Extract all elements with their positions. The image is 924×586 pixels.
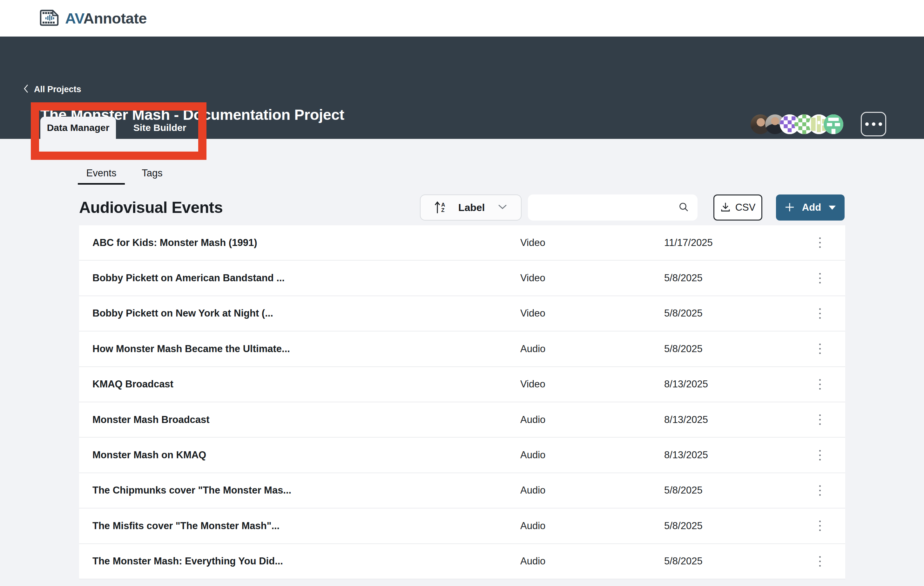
ellipsis-icon: [865, 122, 869, 126]
collaborators-area: [751, 112, 886, 136]
row-menu-button[interactable]: [812, 515, 827, 537]
table-row[interactable]: The Misfits cover "The Monster Mash"... …: [79, 508, 845, 544]
sort-alpha-asc-icon: AZ: [434, 200, 445, 215]
event-type: Video: [520, 237, 664, 248]
event-date: 8/13/2025: [664, 449, 794, 461]
kebab-icon: [819, 521, 821, 522]
tab-data-manager[interactable]: Data Manager: [40, 117, 116, 139]
event-type: Audio: [520, 343, 664, 355]
more-options-button[interactable]: [861, 112, 886, 136]
app-wordmark: AVAnnotate: [65, 10, 147, 27]
event-name[interactable]: Monster Mash Broadcast: [79, 414, 520, 425]
add-button[interactable]: Add: [776, 194, 845, 220]
kebab-icon: [819, 237, 821, 239]
event-date: 5/8/2025: [664, 485, 794, 496]
event-name[interactable]: The Chipmunks cover "The Monster Mas...: [79, 485, 520, 496]
event-type: Audio: [520, 520, 664, 531]
data-manager-subtabs: Events Tags: [78, 163, 173, 185]
chevron-down-icon: [498, 204, 507, 211]
event-date: 5/8/2025: [664, 556, 794, 567]
kebab-icon: [819, 273, 821, 275]
event-type: Video: [520, 272, 664, 284]
event-name[interactable]: How Monster Mash Became the Ultimate...: [79, 343, 520, 355]
row-menu-button[interactable]: [812, 302, 827, 325]
sort-dropdown[interactable]: AZ Label: [420, 194, 521, 220]
search-input[interactable]: [528, 194, 678, 220]
csv-export-button[interactable]: CSV: [713, 194, 762, 220]
download-icon: [720, 202, 731, 214]
breadcrumb-label: All Projects: [34, 84, 81, 94]
event-name[interactable]: The Misfits cover "The Monster Mash"...: [79, 520, 520, 531]
kebab-icon: [819, 556, 821, 558]
table-row[interactable]: KMAQ Broadcast Video 8/13/2025: [79, 367, 845, 402]
event-date: 5/8/2025: [664, 343, 794, 355]
app-logo[interactable]: AVAnnotate: [40, 0, 147, 36]
table-row[interactable]: The Monster Mash: Everything You Did... …: [79, 544, 845, 579]
row-menu-button[interactable]: [812, 479, 827, 502]
filmstrip-audio-logo-icon: [40, 10, 59, 27]
events-toolbar-row: Audiovisual Events AZ Label CSV Add: [0, 194, 924, 220]
event-type: Audio: [520, 449, 664, 461]
table-row[interactable]: Bobby Pickett on American Bandstand ... …: [79, 261, 845, 296]
plus-icon: [785, 202, 794, 213]
event-type: Audio: [520, 485, 664, 496]
row-menu-button[interactable]: [812, 408, 827, 431]
event-type: Video: [520, 308, 664, 319]
event-name[interactable]: The Monster Mash: Everything You Did...: [79, 556, 520, 567]
kebab-icon: [819, 414, 821, 416]
audiovisual-events-table: ABC for Kids: Monster Mash (1991) Video …: [79, 225, 845, 579]
event-name[interactable]: ABC for Kids: Monster Mash (1991): [79, 237, 520, 248]
search-box: [528, 194, 698, 220]
kebab-icon: [819, 379, 821, 381]
caret-down-icon[interactable]: [829, 205, 836, 210]
avatar-stack: [751, 114, 843, 134]
event-type: Video: [520, 379, 664, 390]
kebab-icon: [819, 450, 821, 452]
subtab-tags[interactable]: Tags: [131, 163, 173, 185]
sort-field-label: Label: [458, 202, 485, 214]
event-date: 5/8/2025: [664, 520, 794, 531]
row-menu-button[interactable]: [812, 550, 827, 573]
table-row[interactable]: How Monster Mash Became the Ultimate... …: [79, 331, 845, 367]
project-header: All Projects The Monster Mash - Document…: [0, 36, 924, 139]
event-date: 8/13/2025: [664, 414, 794, 425]
csv-label: CSV: [735, 202, 756, 213]
event-date: 5/8/2025: [664, 308, 794, 319]
row-menu-button[interactable]: [812, 231, 827, 254]
subtab-events[interactable]: Events: [78, 163, 125, 185]
event-date: 11/17/2025: [664, 237, 794, 248]
avatar-user-6[interactable]: [823, 114, 843, 134]
add-label: Add: [802, 202, 821, 213]
kebab-icon: [819, 344, 821, 345]
event-date: 8/13/2025: [664, 379, 794, 390]
event-type: Audio: [520, 414, 664, 425]
event-name[interactable]: Bobby Pickett on American Bandstand ...: [79, 272, 520, 284]
breadcrumb-all-projects[interactable]: All Projects: [23, 84, 81, 95]
event-type: Audio: [520, 556, 664, 567]
table-row[interactable]: Bobby Pickett on New York at Night (... …: [79, 296, 845, 331]
event-name[interactable]: Monster Mash on KMAQ: [79, 449, 520, 461]
event-name[interactable]: Bobby Pickett on New York at Night (...: [79, 308, 520, 319]
chevron-left-icon: [23, 84, 29, 95]
event-name[interactable]: KMAQ Broadcast: [79, 379, 520, 390]
row-menu-button[interactable]: [812, 444, 827, 467]
search-icon[interactable]: [678, 202, 698, 213]
row-menu-button[interactable]: [812, 338, 827, 360]
header-tabs: Data Manager Site Builder: [40, 117, 204, 139]
top-bar: AVAnnotate: [0, 0, 924, 36]
row-menu-button[interactable]: [812, 267, 827, 290]
table-row[interactable]: The Chipmunks cover "The Monster Mas... …: [79, 473, 845, 508]
table-row[interactable]: ABC for Kids: Monster Mash (1991) Video …: [79, 225, 845, 261]
table-row[interactable]: Monster Mash Broadcast Audio 8/13/2025: [79, 402, 845, 438]
event-date: 5/8/2025: [664, 272, 794, 284]
table-row[interactable]: Monster Mash on KMAQ Audio 8/13/2025: [79, 438, 845, 473]
kebab-icon: [819, 485, 821, 487]
section-heading: Audiovisual Events: [79, 194, 223, 220]
row-menu-button[interactable]: [812, 373, 827, 396]
kebab-icon: [819, 308, 821, 310]
tab-site-builder[interactable]: Site Builder: [116, 117, 204, 139]
